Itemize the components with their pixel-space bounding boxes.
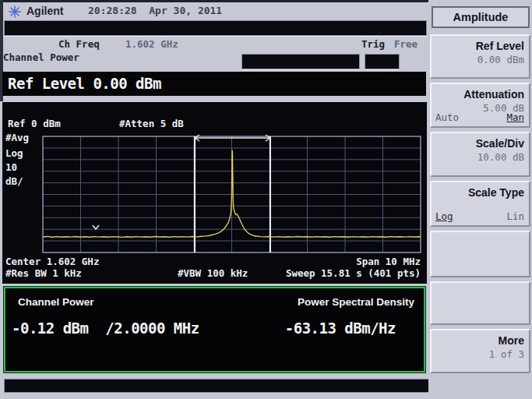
log-annotation: Log [5, 147, 23, 159]
ch-freq-label: Ch Freq [58, 38, 100, 50]
status-field-2 [365, 54, 400, 69]
annunciator-bar [4, 20, 427, 36]
results-panel: Channel Power Power Spectral Density -0.… [4, 287, 425, 373]
softkey-more[interactable]: More 1 of 3 [430, 329, 530, 373]
vbw-annotation: #VBW 100 kHz [178, 267, 248, 279]
analyzer-screen: Agilent 20:28:28 Apr 30, 2011 Ch Freq 1.… [0, 0, 532, 399]
scale-annotation: 10 [5, 161, 17, 173]
settings-row: Ch Freq 1.602 GHz Trig Free [0, 38, 427, 51]
channel-power-title: Channel Power [18, 296, 94, 308]
softkey-scale-type[interactable]: Scale Type Log Lin [430, 181, 530, 227]
span-annotation: Span 10 MHz [356, 256, 421, 267]
softkey-ref-level[interactable]: Ref Level 0.00 dBm [430, 34, 530, 79]
softkey-blank-2[interactable] [430, 281, 530, 325]
trig-label: Trig [361, 38, 385, 50]
title-bar: Agilent 20:28:28 Apr 30, 2011 [0, 3, 427, 20]
active-function-readout: Ref Level 0.00 dBm [2, 72, 426, 96]
softkey-scale-div[interactable]: Scale/Div 10.00 dB [430, 132, 530, 177]
spectrum-display: Ref 0 dBm #Atten 5 dB #Avg Log 10 dB/ Ce… [2, 102, 427, 284]
softkey-blank-1[interactable] [430, 231, 530, 277]
unit-annotation: dB/ [5, 175, 23, 187]
datetime-readout: 20:28:28 Apr 30, 2011 [88, 5, 222, 16]
scale-type-log-option: Log [435, 210, 453, 222]
status-field-1 [241, 54, 360, 69]
scale-type-lin-option: Lin [506, 210, 524, 222]
res-bw-annotation: #Res BW 1 kHz [5, 267, 82, 279]
menu-title: Amplitude [432, 6, 530, 28]
agilent-spark-icon [9, 5, 21, 18]
attenuation-man-option: Man [506, 111, 524, 123]
atten-annotation: #Atten 5 dB [119, 118, 184, 129]
brand-name: Agilent [26, 5, 63, 17]
ch-freq-value: 1.602 GHz [125, 38, 178, 50]
ref-level-annotation: Ref 0 dBm [8, 118, 61, 129]
softkey-attenuation[interactable]: Attenuation 5.00 dB Auto Man [430, 83, 530, 128]
channel-power-value: -0.12 dBm /2.0000 MHz [12, 320, 199, 337]
measurement-name: Channel Power [3, 51, 79, 63]
attenuation-auto-option: Auto [435, 111, 459, 123]
sweep-annotation: Sweep 15.81 s (401 pts) [286, 267, 421, 279]
center-freq-annotation: Center 1.602 GHz [5, 256, 99, 267]
softkey-panel: Amplitude Ref Level 0.00 dBm Attenuation… [428, 0, 532, 399]
avg-annotation: #Avg [5, 132, 29, 143]
psd-value: -63.13 dBm/Hz [285, 320, 396, 337]
psd-title: Power Spectral Density [298, 296, 414, 308]
trig-value: Free [394, 38, 417, 50]
